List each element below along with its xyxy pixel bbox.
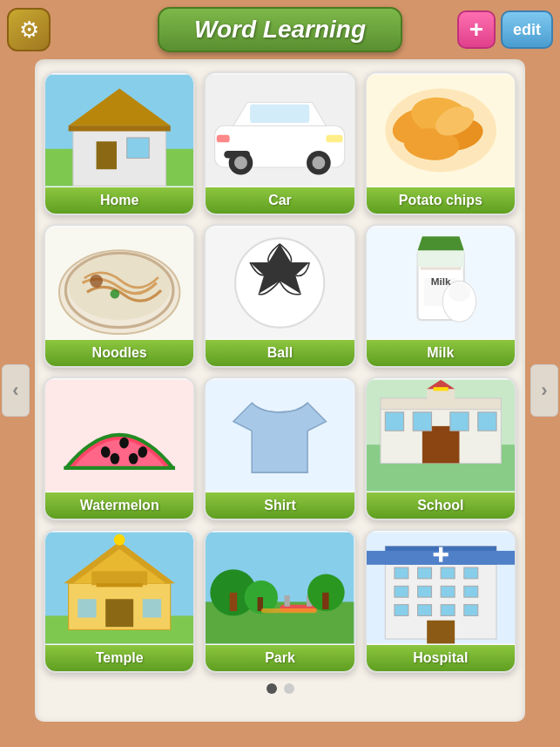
svg-rect-104 [427,621,455,644]
pagination-dot-1[interactable] [267,683,277,694]
svg-rect-73 [143,599,161,617]
svg-rect-2 [73,126,165,186]
svg-point-43 [448,283,470,302]
card-image-noodles [45,226,193,340]
svg-text:Milk: Milk [430,275,450,287]
svg-point-74 [114,534,125,546]
card-label-noodles: Noodles [45,340,193,366]
content-area: ‹ › Home Car [35,59,525,722]
pagination [44,680,516,697]
card-image-school [367,378,515,492]
card-potato-chips[interactable]: Potato chips [365,71,516,215]
plus-icon: + [469,17,483,42]
card-noodles[interactable]: Noodles [44,224,195,368]
card-image-home [45,73,193,187]
right-arrow-icon: › [541,379,547,402]
svg-rect-72 [78,599,96,617]
card-image-shirt [206,378,354,492]
header-right: + edit [457,10,553,49]
svg-rect-75 [97,583,143,587]
svg-rect-101 [417,605,431,616]
svg-rect-17 [217,135,230,143]
card-image-car [206,73,354,187]
svg-rect-57 [422,426,460,464]
card-milk[interactable]: Milk Milk Milk [365,224,516,368]
svg-point-29 [111,289,120,299]
card-image-temple [45,531,193,645]
card-label-shirt: Shirt [206,492,354,519]
svg-point-14 [313,156,326,169]
svg-rect-98 [441,586,455,597]
card-image-potato-chips [367,73,515,187]
card-image-hospital [367,531,515,645]
svg-rect-16 [327,135,343,143]
title-box: Word Learning [158,7,402,52]
svg-rect-96 [395,586,408,597]
card-hospital[interactable]: Hospital [365,529,516,673]
edit-button[interactable]: edit [501,10,553,49]
svg-rect-59 [413,412,431,431]
svg-rect-64 [433,387,448,390]
card-image-park [206,531,354,645]
card-label-hospital: Hospital [367,645,515,671]
app-title: Word Learning [194,16,366,43]
card-label-watermelon: Watermelon [45,492,193,519]
card-park[interactable]: Park [204,529,355,673]
card-label-milk: Milk [367,340,515,366]
card-image-milk: Milk Milk [367,226,515,340]
header: ⚙ Word Learning + edit [0,0,560,59]
svg-rect-94 [441,567,455,579]
svg-rect-71 [105,599,133,627]
svg-rect-87 [261,608,317,613]
svg-rect-15 [250,105,309,123]
svg-rect-100 [395,605,408,616]
card-label-school: School [367,492,515,519]
svg-rect-70 [91,571,147,585]
svg-rect-83 [285,595,290,607]
svg-rect-95 [463,567,477,579]
card-home[interactable]: Home [44,71,195,215]
left-arrow-icon: ‹ [12,379,18,402]
svg-point-28 [90,275,103,288]
svg-rect-6 [69,126,171,131]
svg-rect-93 [417,567,431,579]
card-ball[interactable]: Ball [204,224,355,368]
word-grid: Home Car Potato chips [44,71,516,673]
svg-point-12 [234,156,247,169]
pagination-dot-2[interactable] [284,683,294,694]
svg-rect-38 [420,267,461,269]
svg-rect-92 [395,567,408,579]
card-image-ball [206,226,354,340]
svg-rect-36 [417,250,463,267]
edit-label: edit [513,21,541,39]
add-button[interactable]: + [457,10,496,49]
card-watermelon[interactable]: Watermelon [44,377,195,520]
gear-icon: ⚙ [19,17,39,44]
card-car[interactable]: Car [204,71,355,215]
card-label-car: Car [206,187,354,214]
svg-rect-97 [417,586,431,597]
nav-right-arrow[interactable]: › [530,364,558,417]
svg-point-49 [111,453,120,465]
svg-rect-61 [477,412,496,431]
nav-left-arrow[interactable]: ‹ [2,364,30,417]
svg-point-50 [129,453,138,465]
gear-button[interactable]: ⚙ [7,8,51,51]
svg-rect-58 [385,412,403,431]
svg-rect-106 [439,547,442,562]
svg-rect-5 [127,138,150,158]
card-shirt[interactable]: Shirt [204,377,355,520]
card-image-watermelon [45,378,193,492]
svg-rect-79 [230,593,238,611]
card-label-home: Home [45,187,193,214]
card-label-temple: Temple [45,645,193,671]
svg-marker-37 [417,236,463,250]
card-label-potato-chips: Potato chips [367,187,515,214]
svg-rect-103 [463,605,477,616]
card-temple[interactable]: Temple [44,529,195,673]
svg-rect-86 [322,593,328,609]
card-school[interactable]: School [365,377,516,520]
svg-rect-102 [441,605,455,616]
card-label-park: Park [206,645,354,671]
svg-rect-4 [97,141,117,169]
